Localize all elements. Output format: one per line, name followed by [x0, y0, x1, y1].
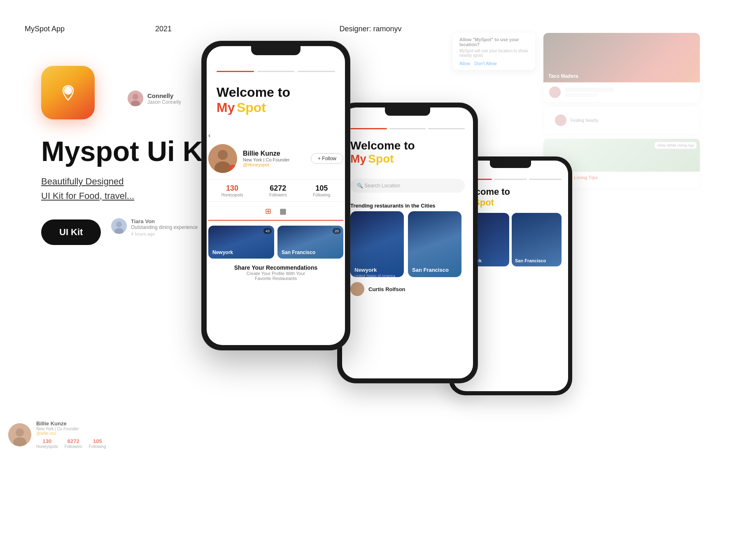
progress-bar-3 — [298, 71, 335, 72]
connelly-name: Connelly — [147, 92, 181, 99]
sf-badge: 20 — [333, 228, 341, 234]
app-icon-container — [41, 66, 95, 119]
myspot-title: My Spot — [217, 100, 335, 115]
s2-my-text: My — [350, 152, 366, 165]
list-tab-icon[interactable]: ▦ — [280, 207, 287, 216]
ghost-card-info — [543, 82, 700, 102]
year: 2021 — [155, 25, 172, 33]
s2-search-bar[interactable]: 🔍 Search Location — [350, 179, 465, 193]
billie-info-sm: Billie Kunze New York | Co Founder @bill… — [36, 420, 106, 449]
ghost-notif-sub: MySpot will use your location to show ne… — [459, 49, 529, 58]
s2-ny-sub: United States of America — [354, 274, 395, 277]
connelly-handle: Jason Connelly — [147, 99, 181, 105]
profile-avatar: 📍 — [208, 144, 237, 173]
s2-sf-card[interactable]: San Francisco — [408, 211, 461, 277]
profile-row: 📍 Billie Kunze New York | Co Founder @Ho… — [208, 144, 343, 173]
ghost-notif-actions: Allow Don't Allow — [459, 61, 529, 66]
s3-sf-card[interactable]: San Francisco — [512, 213, 562, 266]
phone-notch-2 — [385, 107, 430, 116]
s2-section-title: Trending restaurants in the Cities — [342, 199, 473, 211]
location-badge: 📍 — [229, 165, 236, 172]
ghost-card-title — [565, 88, 614, 92]
ghost-list-text: Finding Nearby — [571, 118, 599, 123]
s2-prog-2 — [389, 128, 426, 129]
billie-avatar-sm — [8, 423, 31, 446]
progress-indicators — [217, 71, 335, 72]
followers-stat: 6272 Followers — [269, 184, 287, 197]
followers-count: 6272 — [270, 184, 286, 193]
header: MySpot App 2021 Designer: ramonyv — [25, 25, 716, 33]
s2-city-cards: Newyork United States of America San Fra… — [342, 211, 473, 277]
profile-details: Billie Kunze New York | Co Founder @Hone… — [243, 150, 305, 167]
honeyspots-label-sm: Honeyspots — [36, 444, 58, 449]
billie-sub-sm: New York | Co Founder — [36, 427, 106, 431]
bottom-sub1: Create Your Profile With Your — [208, 271, 343, 276]
honeyspots-label: Honeyspots — [221, 193, 243, 197]
phone-frame-2: Welcome to My Spot 🔍 Search Location Tre… — [338, 103, 478, 383]
ui-kit-button[interactable]: UI Kit — [41, 219, 101, 245]
svg-point-4 — [133, 94, 138, 100]
follow-button[interactable]: + Follow — [311, 153, 343, 164]
connelly-info: Connelly Jason Connelly — [147, 92, 181, 105]
progress-bar-1 — [217, 71, 254, 72]
grid-tab-icon[interactable]: ⊞ — [265, 207, 271, 216]
ghost-deny-btn[interactable]: Don't Allow — [474, 61, 496, 66]
s3-prog-3 — [529, 179, 562, 180]
s2-ny-label: Newyork — [354, 267, 377, 273]
sanfrancisco-card[interactable]: 20 San Francisco — [277, 226, 343, 259]
s2-sf-label: San Francisco — [412, 267, 449, 273]
tiara-comment: Outstanding dining experience — [131, 224, 198, 230]
following-count-sm: 105 — [93, 438, 102, 444]
s2-welcome-text: Welcome to — [350, 139, 465, 152]
ghost-card-subtitle — [565, 93, 598, 97]
honeyspots-count: 130 — [226, 184, 238, 193]
tiara-review: Tiara Von Outstanding dining experience … — [111, 218, 198, 236]
s3-sf-label: San Francisco — [515, 258, 546, 263]
s2-progress — [350, 128, 465, 129]
welcome-section: Welcome to My Spot — [207, 46, 345, 124]
followers-label-sm: Followers — [65, 444, 82, 449]
profile-handle: @Honeyspot — [243, 162, 305, 167]
newyork-card[interactable]: 43 Newyork — [208, 226, 274, 259]
stats-row: 130 Honeyspots 6272 Followers 105 Follow… — [208, 180, 343, 202]
s2-ny-card[interactable]: Newyork United States of America — [350, 211, 404, 277]
phone-frame-main: Welcome to My Spot ‹ 📍 — [202, 41, 350, 350]
ghost-list-avatar — [555, 114, 566, 126]
ghost-card-avatar — [549, 86, 561, 98]
back-arrow[interactable]: ‹ — [208, 132, 343, 139]
sf-label: San Francisco — [282, 250, 315, 255]
phone-main: Welcome to My Spot ‹ 📍 — [202, 41, 350, 350]
ghost-allow-btn[interactable]: Allow — [459, 61, 470, 66]
tiara-name: Tiara Von — [131, 218, 198, 224]
ghost-card-image: Taco Madera — [543, 33, 700, 82]
tiara-time: 4 hours ago — [131, 231, 198, 236]
location-pin-icon — [57, 82, 79, 104]
bottom-title: Share Your Recommendations — [208, 264, 343, 271]
s2-profile-avatar — [350, 282, 364, 296]
following-label: Following — [313, 193, 330, 197]
svg-point-10 — [16, 428, 24, 436]
ghost-list-item: Finding Nearby — [549, 111, 694, 130]
followers-label: Followers — [269, 193, 287, 197]
s2-search-icon: 🔍 — [357, 183, 363, 189]
following-count: 105 — [315, 184, 328, 193]
s2-spot-text: Spot — [368, 152, 394, 165]
following-label-sm: Following — [89, 444, 106, 449]
billie-name-sm: Billie Kunze — [36, 420, 106, 427]
phone-notch-main — [251, 46, 301, 55]
ghost-map-label: Allow While Using App — [655, 142, 697, 149]
bottom-promo: Share Your Recommendations Create Your P… — [208, 264, 343, 281]
followers-count-sm: 6272 — [68, 438, 79, 444]
s2-welcome-area: Welcome to My Spot — [342, 107, 473, 172]
s3-prog-2 — [494, 179, 527, 180]
tab-row: ⊞ ▦ — [208, 207, 343, 221]
app-icon — [41, 66, 95, 119]
profile-section: ‹ 📍 Billie Kunze New York | Co Founder — [207, 132, 345, 281]
connelly-avatar — [128, 91, 143, 106]
tiara-text: Tiara Von Outstanding dining experience … — [131, 218, 198, 236]
honeyspots-count-sm: 130 — [43, 438, 52, 444]
profile-location: New York | Co Founder — [243, 157, 305, 162]
svg-point-2 — [66, 89, 70, 92]
profile-name: Billie Kunze — [243, 150, 305, 157]
connelly-profile: Connelly Jason Connelly — [128, 91, 181, 106]
